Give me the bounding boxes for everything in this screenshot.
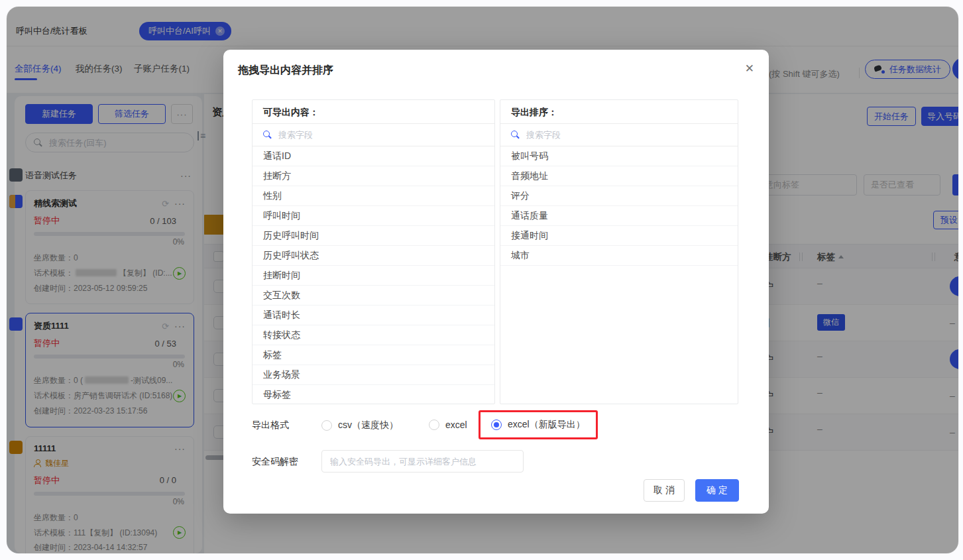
radio-csv[interactable]: csv（速度快） [321,420,398,431]
field-list: 被叫号码 音频地址 评分 通话质量 接通时间 城市 [500,146,738,266]
field-item[interactable]: 接通时间 [500,226,738,246]
radio-excel-new[interactable]: excel（新版导出） [479,410,598,439]
field-search-input[interactable] [277,129,484,140]
field-item[interactable]: 历史呼叫时间 [253,226,494,246]
panel-header: 可导出内容： [253,100,494,124]
field-search-input[interactable] [525,129,727,140]
panel-header: 导出排序： [500,100,738,124]
field-item[interactable]: 挂断方 [253,166,494,186]
radio-excel[interactable]: excel [429,420,467,430]
radio-icon-selected [491,420,502,430]
export-format-label: 导出格式 [252,420,289,431]
field-item[interactable]: 呼叫时间 [253,206,494,226]
panel-search-box[interactable] [253,124,494,146]
field-item[interactable]: 音频地址 [500,166,738,186]
screen: 呼叫中台/统计看板 ✕ 呼叫中台/AI呼叫 ✕ 全部任务(4) 我的任务(3) … [0,0,963,560]
field-item[interactable]: 城市 [500,246,738,266]
field-item[interactable]: 转接状态 [253,325,494,345]
field-item[interactable]: 历史呼叫状态 [253,246,494,266]
field-item[interactable]: 性别 [253,186,494,206]
panel-search-box[interactable] [500,124,738,146]
security-code-input[interactable] [321,450,524,473]
cancel-button[interactable]: 取 消 [644,479,685,502]
field-item[interactable]: 通话ID [253,146,494,166]
field-item[interactable]: 通话时长 [253,306,494,325]
modal-title: 拖拽导出内容并排序 [238,64,333,78]
field-item[interactable]: 标签 [253,345,494,365]
security-code-row: 安全码解密 [252,450,740,474]
export-sort-modal: 拖拽导出内容并排序 ✕ 可导出内容： 通话ID 挂断方 [223,50,769,514]
field-item[interactable]: 挂断时间 [253,266,494,286]
field-list: 通话ID 挂断方 性别 呼叫时间 历史呼叫时间 历史呼叫状态 挂断时间 [253,146,494,404]
search-icon [263,131,272,139]
export-panels: 可导出内容： 通话ID 挂断方 性别 呼叫时 [252,99,738,404]
export-field-panel: 导出排序： 被叫号码 音频地址 评分 通话质 [500,99,738,404]
field-item[interactable]: 通话质量 [500,206,738,226]
radio-icon [321,420,332,431]
field-item[interactable]: 交互次数 [253,286,494,306]
search-icon [511,131,520,139]
field-item[interactable]: 母标签 [253,385,494,404]
close-icon[interactable]: ✕ [745,62,754,76]
export-format-row: 导出格式 csv（速度快） excel excel（新版导出） [252,410,740,440]
field-item[interactable]: 被叫号码 [500,146,738,166]
confirm-button[interactable]: 确 定 [695,479,739,502]
security-code-label: 安全码解密 [252,456,298,468]
radio-icon [429,420,439,430]
field-item[interactable]: 业务场景 [253,365,494,385]
field-item[interactable]: 评分 [500,186,738,206]
export-field-panel: 可导出内容： 通话ID 挂断方 性别 呼叫时 [252,99,495,404]
